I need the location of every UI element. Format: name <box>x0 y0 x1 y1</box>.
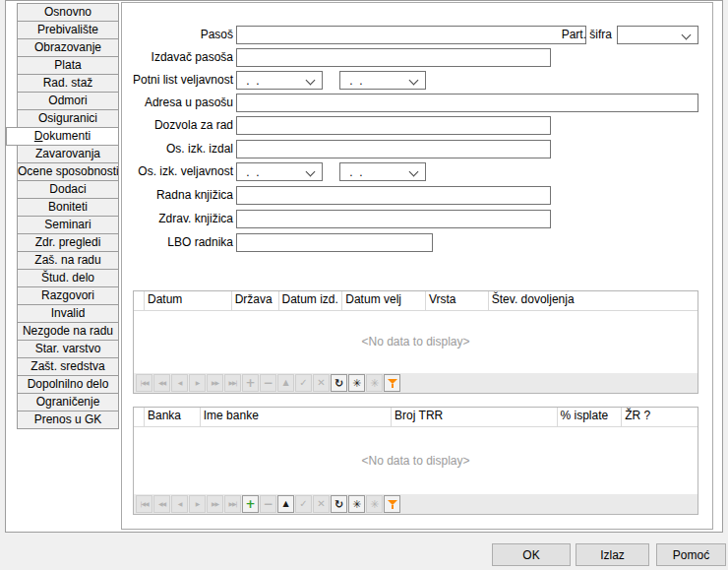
toolbar-cancel-button[interactable]: ✕ <box>313 495 330 513</box>
sidebar-item-zast-sredstva[interactable]: Zašt. sredstva <box>17 357 119 376</box>
sidebar-item-plata[interactable]: Plata <box>17 56 119 75</box>
column-header-datum[interactable]: Datum <box>145 291 232 310</box>
lbo-radnika-input[interactable] <box>236 233 433 252</box>
sidebar-item-razgovori[interactable]: Razgovori <box>17 286 119 305</box>
os-izk-izdal-label: Os. izk. izdal <box>126 140 233 158</box>
toolbar-edit-button[interactable]: ▲ <box>277 495 294 513</box>
toolbar-post-button[interactable]: ✓ <box>295 495 312 513</box>
grid-body[interactable]: <No data to display> <box>134 426 698 494</box>
toolbar-prior-page-button[interactable]: ◀◀ <box>153 495 170 513</box>
toolbar-delete-button[interactable]: − <box>260 374 276 392</box>
potni-list-od-combo[interactable]: . . <box>236 71 323 90</box>
date-mask: . . <box>243 74 260 88</box>
toolbar-insert-button[interactable]: + <box>242 495 259 513</box>
sidebar-item-seminari[interactable]: Seminari <box>17 216 119 234</box>
toolbar-insert-button[interactable]: + <box>242 374 259 392</box>
ok-button[interactable]: OK <box>492 543 571 566</box>
toolbar-post-button[interactable]: ✓ <box>295 374 312 392</box>
toolbar-first-button[interactable]: |◀◀ <box>136 495 152 513</box>
sidebar-item-boniteti[interactable]: Boniteti <box>17 198 119 217</box>
pomoc-button[interactable]: Pomoć <box>656 543 726 566</box>
part-sifra-combo[interactable] <box>617 26 698 44</box>
sidebar-item-stud-delo[interactable]: Štud. delo <box>17 269 119 287</box>
column-header-ime-banke[interactable]: Ime banke <box>201 408 392 426</box>
sidebar-item-osnovno[interactable]: Osnovno <box>17 3 119 22</box>
save-bookmark-icon: ✳ <box>352 378 361 389</box>
toolbar-prior-page-button[interactable]: ◀◀ <box>153 374 170 392</box>
toolbar-next-page-button[interactable]: ▶▶ <box>207 495 223 513</box>
prior-page-icon: ◀◀ <box>158 501 165 507</box>
toolbar-cancel-button[interactable]: ✕ <box>313 374 330 392</box>
radna-knjizica-input[interactable] <box>236 186 551 205</box>
chevron-down-icon <box>306 76 316 86</box>
sidebar-item-nezgode-na-radu[interactable]: Nezgode na radu <box>17 322 119 341</box>
sidebar-item-prenos-u-gk[interactable]: Prenos u GK <box>17 411 119 429</box>
sidebar-item-odmori[interactable]: Odmori <box>17 92 119 110</box>
sidebar-item-ogranicenje[interactable]: Ograničenje <box>17 393 119 412</box>
column-header-isplate[interactable]: % isplate <box>558 408 623 426</box>
zdrav-knjizica-input[interactable] <box>236 210 551 228</box>
toolbar-filter-button[interactable] <box>384 374 400 392</box>
izdavac-pasosa-input[interactable] <box>236 48 551 67</box>
column-header-datum-velj[interactable]: Datum velj <box>342 291 426 310</box>
work-permits-grid[interactable]: DatumDržavaDatum izd.Datum veljVrstaŠtev… <box>133 290 698 394</box>
pasos-input[interactable] <box>236 26 586 44</box>
sidebar-item-dokumenti[interactable]: Dokumenti <box>6 127 119 146</box>
sidebar-item-dopolnilno-delo[interactable]: Dopolnilno delo <box>17 375 119 394</box>
chevron-down-icon <box>409 76 419 86</box>
sidebar-item-zdr-pregledi[interactable]: Zdr. pregledi <box>17 233 119 252</box>
toolbar-filter-button[interactable] <box>384 495 400 513</box>
adresa-u-pasosu-input[interactable] <box>236 94 698 112</box>
bank-accounts-grid[interactable]: BankaIme bankeBroj TRR% isplateŽR ? <No … <box>133 407 698 515</box>
save-bookmark-icon: ✳ <box>352 499 361 510</box>
toolbar-goto-bookmark-button[interactable]: ✳ <box>366 374 383 392</box>
toolbar-refresh-button[interactable]: ↻ <box>331 374 347 392</box>
delete-icon: − <box>263 498 273 510</box>
potni-list-do-combo[interactable]: . . <box>339 71 426 90</box>
toolbar-next-page-button[interactable]: ▶▶ <box>207 374 223 392</box>
toolbar-save-bookmark-button[interactable]: ✳ <box>348 374 365 392</box>
grid-body[interactable]: <No data to display> <box>134 310 698 373</box>
cancel-icon: ✕ <box>317 499 325 509</box>
toolbar-goto-bookmark-button[interactable]: ✳ <box>366 495 383 513</box>
dozvola-za-rad-input[interactable] <box>236 116 551 135</box>
toolbar-first-button[interactable]: |◀◀ <box>136 374 152 392</box>
column-header-zr[interactable]: ŽR ? <box>622 408 698 426</box>
toolbar-prior-button[interactable]: ◀ <box>171 495 188 513</box>
toolbar-refresh-button[interactable]: ↻ <box>331 495 347 513</box>
edit-icon: ▲ <box>282 500 288 508</box>
toolbar-last-button[interactable]: ▶▶| <box>224 495 241 513</box>
delete-icon: − <box>263 377 273 389</box>
toolbar-edit-button[interactable]: ▲ <box>277 374 294 392</box>
toolbar-save-bookmark-button[interactable]: ✳ <box>348 495 365 513</box>
sidebar-item-prebivaliste[interactable]: Prebivalište <box>17 21 119 39</box>
os-izk-od-combo[interactable]: . . <box>236 162 323 181</box>
sidebar-item-ocene-sposobnosti[interactable]: Ocene sposobnosti <box>17 162 119 181</box>
toolbar-next-button[interactable]: ▶ <box>189 374 206 392</box>
sidebar-item-osiguranici[interactable]: Osiguranici <box>17 109 119 128</box>
sidebar-item-zas-na-radu[interactable]: Zaš. na radu <box>17 251 119 270</box>
column-header-banka[interactable]: Banka <box>145 408 201 426</box>
sidebar-item-dodaci[interactable]: Dodaci <box>17 180 119 199</box>
os-izk-izdal-input[interactable] <box>236 140 551 158</box>
os-izk-do-combo[interactable]: . . <box>339 162 426 181</box>
izlaz-button[interactable]: Izlaz <box>576 543 649 566</box>
column-header-stev-dovoljenja[interactable]: Štev. dovoljenja <box>489 291 698 310</box>
insert-icon: + <box>245 377 255 389</box>
column-header-vrsta[interactable]: Vrsta <box>426 291 489 310</box>
sidebar-item-obrazovanje[interactable]: Obrazovanje <box>17 38 119 57</box>
sidebar-item-zavarovanja[interactable]: Zavarovanja <box>17 145 119 163</box>
toolbar-next-button[interactable]: ▶ <box>189 495 206 513</box>
column-header-broj-trr[interactable]: Broj TRR <box>392 408 557 426</box>
column-header-datum-izd[interactable]: Datum izd. <box>279 291 343 310</box>
toolbar-prior-button[interactable]: ◀ <box>171 374 188 392</box>
column-header-drzava[interactable]: Država <box>232 291 279 310</box>
cancel-icon: ✕ <box>317 378 325 388</box>
sidebar-item-star-varstvo[interactable]: Star. varstvo <box>17 340 119 358</box>
refresh-icon: ↻ <box>334 499 343 510</box>
sidebar-item-rad-staz[interactable]: Rad. staž <box>17 74 119 93</box>
sidebar-item-invalid[interactable]: Invalid <box>17 304 119 323</box>
toolbar-last-button[interactable]: ▶▶| <box>224 374 241 392</box>
post-icon: ✓ <box>299 499 307 509</box>
toolbar-delete-button[interactable]: − <box>260 495 276 513</box>
